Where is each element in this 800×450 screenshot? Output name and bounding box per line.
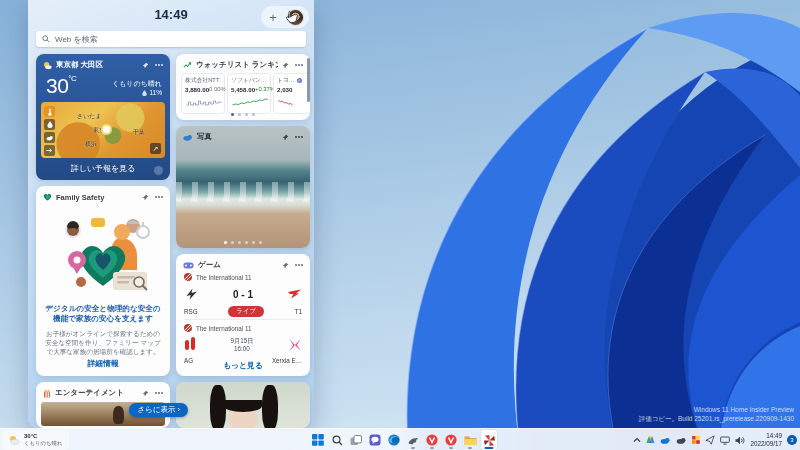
watchlist-pagination[interactable] [176,113,310,116]
file-explorer-button[interactable] [462,430,478,450]
volume-icon[interactable] [735,436,745,445]
pin-icon[interactable] [142,390,149,397]
family-safety-link[interactable]: 詳細情報 [36,358,170,369]
chat-icon [369,434,381,446]
search-button[interactable] [329,430,345,450]
live-badge: ライブ [228,306,263,317]
match-score: 0 - 1 [233,289,253,300]
expand-map-icon[interactable]: ↗ [150,143,161,154]
vivaldi-icon [445,434,457,446]
watchlist-widget[interactable]: ウォッチリスト ランキング 株式会社NTT…✓ 3,880.000.00% ソフ… [176,54,310,120]
onedrive-tray-icon[interactable] [660,437,671,444]
search-input[interactable]: Web を検索 [36,31,306,47]
popcorn-icon [43,389,51,398]
vivaldi-icon [426,434,438,446]
widgets-taskbar-button[interactable]: 30°C くもりのち晴れ [2,430,69,450]
stock-name: トヨ… [277,76,295,85]
pin-icon[interactable] [282,62,289,69]
match-teams-row[interactable]: 9月15日 16:00 [184,336,302,354]
map-label-chiba: 千葉 [133,128,145,137]
weather-precipitation: 11% [142,89,162,96]
pin-icon[interactable] [282,134,289,141]
vivaldi-browser-button[interactable] [424,430,440,450]
bird-app-button[interactable] [405,430,421,450]
match-league: The International 11 [184,273,252,281]
weather-temperature: 30°C [46,74,76,98]
watchlist-title: ウォッチリスト ランキング [196,60,278,70]
beach-photo [176,182,310,202]
t1-logo [287,288,302,300]
stock-change: +0.37% [255,86,275,93]
games-more-link[interactable]: もっと見る [176,360,310,371]
sparkline [231,97,269,107]
more-options-icon[interactable] [158,196,160,198]
more-options-icon[interactable] [158,64,160,66]
show-more-button[interactable]: さらに表示 › [129,403,188,417]
dota2-icon [184,273,192,281]
onedrive-cloud-icon [183,134,193,141]
msn-logo [154,166,163,175]
family-safety-title: Family Safety [56,193,138,202]
pin-icon[interactable] [282,262,289,269]
hand-cursor [283,9,300,28]
system-tray: 14:49 2022/09/17 3 [633,429,797,450]
more-options-icon[interactable] [298,64,300,66]
more-options-icon[interactable] [158,392,160,394]
more-options-icon[interactable] [298,136,300,138]
droplet-icon [142,90,147,96]
entertainment-widget[interactable]: エンターテイメント さらに表示 › [36,382,170,428]
family-safety-widget[interactable]: Family Safety デジタルの [36,186,170,376]
panel-scrollbar[interactable] [307,58,310,102]
photo-thumbnail-card[interactable] [176,382,310,428]
tray-app-icon-red-grid[interactable] [692,436,700,444]
photos-pagination[interactable] [176,241,310,244]
send-tray-icon[interactable] [705,435,715,445]
weather-widget[interactable]: 東京都 大田区 30°C くもりのち晴れ 11% さいたま 東京 横浜 千葉 [36,54,170,180]
taskbar-condition: くもりのち晴れ [24,440,63,447]
wind-layer-icon[interactable] [44,145,55,156]
temperature-layer-icon[interactable] [44,106,55,117]
stock-card[interactable]: ソフトバン…✓ 5,458.00+0.37% [227,73,271,114]
sparkline [185,97,223,107]
tray-app-icon-colorful[interactable] [646,436,655,444]
start-button[interactable] [310,430,326,450]
notification-badge[interactable]: 3 [787,435,797,445]
watermark-line2: 評価コピー。Build 25201.rs_prerelease.220909-1… [639,415,794,424]
task-view-button[interactable] [348,430,364,450]
tray-time: 14:49 [750,432,782,440]
pin-icon[interactable] [142,62,149,69]
weather-map[interactable]: さいたま 東京 横浜 千葉 ↗ [41,102,165,158]
hidden-icons-chevron[interactable] [633,437,641,443]
precipitation-layer-icon[interactable] [44,119,55,130]
stock-card[interactable]: トヨ…✓ 2,030 [273,73,310,114]
folder-icon [464,435,477,446]
match-teams-row[interactable]: 0 - 1 [184,285,302,303]
photos-widget[interactable]: 写真 [176,126,310,248]
stock-card[interactable]: 株式会社NTT…✓ 3,880.000.00% [181,73,225,114]
rsg-logo [184,287,199,301]
cloud-layer-icon[interactable] [44,132,55,143]
widgets-panel: 14:49 + Web を検索 東京都 大田区 30°C くもりのち晴れ [28,0,314,428]
sun-cloud-icon [8,435,20,445]
weather-forecast-link[interactable]: 詳しい予報を見る [36,163,170,174]
windows-logo-icon [312,434,324,446]
edge-browser-button[interactable] [386,430,402,450]
stock-price: 3,880.00 [185,86,209,93]
vivaldi-browser-button-2[interactable] [443,430,459,450]
weather-location: 東京都 大田区 [56,60,138,70]
family-safety-heading: デジタルの安全と物理的な安全の機能で家族の安心を支えます [45,304,161,325]
stock-name: ソフトバン… [231,76,266,85]
active-app-button[interactable] [481,430,497,450]
pin-icon[interactable] [142,194,149,201]
cloud-tray-icon-dark[interactable] [676,437,687,444]
family-safety-heart-icon [43,193,52,201]
stock-name: 株式会社NTT… [185,76,221,85]
more-options-icon[interactable] [298,264,300,266]
tray-date: 2022/09/17 [750,440,782,448]
chat-button[interactable] [367,430,383,450]
taskbar-clock[interactable]: 14:49 2022/09/17 [750,432,782,447]
add-widget-button[interactable]: + [266,11,280,24]
stock-change: 0.00% [209,86,225,93]
games-widget[interactable]: ゲーム The International 11 0 - 1 RSG ライブ T… [176,254,310,376]
monitor-tray-icon[interactable] [720,436,730,445]
